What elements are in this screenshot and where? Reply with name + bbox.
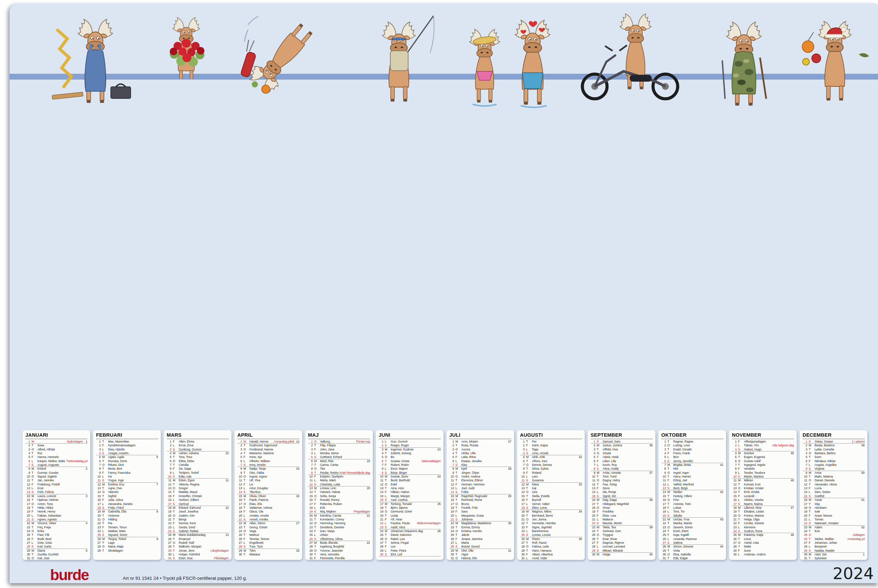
day-row: 7LKevin, Roy bbox=[590, 463, 653, 467]
day-row: 1SSamuel, Sam bbox=[590, 440, 653, 444]
day-row: 4MAdrian, Adriana10 bbox=[167, 452, 229, 455]
day-row: 18THilda, Hildur bbox=[25, 506, 87, 510]
day-row: 26TLinus bbox=[732, 537, 794, 541]
day-row: 29SNatalia, Natalie bbox=[803, 549, 865, 553]
day-row: 20LMargareta, Greta bbox=[449, 514, 511, 518]
day-row: 16LHerbert, Gilbert bbox=[167, 498, 229, 502]
day-row: 21LTomas bbox=[803, 518, 865, 522]
day-row: 31SEster, NoaPåskdagen bbox=[167, 556, 229, 560]
day-row: 26TEmanuel bbox=[167, 537, 229, 541]
day-row: 9FRoland bbox=[520, 471, 582, 475]
month-title: SEPTEMBER bbox=[590, 432, 653, 439]
day-row: 27MBeda, Blenda22 bbox=[308, 541, 370, 545]
day-row: 15MLaura, Lorentz3 bbox=[25, 494, 87, 498]
day-row: 2FKyndelsmässodagen bbox=[96, 444, 158, 447]
day-row: 25OTryggve bbox=[590, 533, 653, 537]
day-row: 30MHelge40 bbox=[590, 553, 653, 556]
day-row: 25TJakob bbox=[449, 533, 511, 537]
day-row: 29OYvonne, Jeanette bbox=[308, 549, 370, 553]
day-row: 5MAgata, Agda6 bbox=[96, 455, 158, 459]
day-row: 1TRagnar, Ragna bbox=[661, 440, 723, 444]
day-row: 19FHenrik, Henry bbox=[25, 510, 87, 513]
day-row: 16FBrynolf bbox=[520, 498, 582, 502]
day-row: 9OIngrid, Inger bbox=[661, 471, 723, 475]
day-row: 24OKristina, Kerstin bbox=[449, 530, 511, 533]
day-row: 28SKarl, Karla bbox=[25, 545, 87, 549]
day-row: 15SSigrid, Siri bbox=[590, 494, 653, 498]
day-row: 13TAgne, Ove bbox=[96, 486, 158, 490]
day-row: 27LGöte, Göta bbox=[25, 541, 87, 545]
day-row: 5FIrene, Irja bbox=[237, 455, 300, 459]
day-row: 27FJohannes, Johan bbox=[803, 541, 865, 545]
day-row: 15FLeopold bbox=[732, 494, 794, 498]
day-row: 26LAmanda, Rasmus bbox=[661, 537, 723, 541]
day-row: 30SElof, Leif bbox=[379, 553, 441, 556]
day-row: 29SMikael, Mikaela bbox=[590, 549, 653, 553]
day-row: 25TPaul, Pål bbox=[25, 533, 87, 537]
day-row: 4LMonika, Mona bbox=[308, 452, 370, 455]
day-row: 26FTeresia, Terese bbox=[237, 537, 300, 541]
day-row: 31FPetronella, Pernilla bbox=[308, 556, 370, 560]
day-row: 19TElisabet, Lisbet bbox=[732, 510, 794, 513]
day-row: 25MKatarina, Katja48 bbox=[732, 533, 794, 537]
day-row: 14LSten, Sixten bbox=[803, 490, 865, 494]
day-row: 21MUrsula, Yrsa43 bbox=[661, 518, 723, 522]
day-row: 9TReidar, ReidunKristi himmelsfärds dag bbox=[308, 471, 370, 475]
day-row: 21SAgnes, Agneta bbox=[25, 518, 87, 522]
day-row: 6LKasper, Melker, BaltsarTrettondedag ju… bbox=[25, 459, 87, 463]
day-row: 3TEvald, Osvald bbox=[661, 448, 723, 452]
day-row: 21SAnneli, Annika bbox=[237, 518, 300, 522]
overalls bbox=[85, 50, 106, 92]
pink-bikini bbox=[477, 71, 493, 80]
day-row: 14SFelix, Felicia bbox=[25, 490, 87, 494]
day-row: 11LMärta, Märit bbox=[308, 478, 370, 482]
day-row: 14OUno bbox=[520, 490, 582, 494]
day-row: 23OSeverin, Sören bbox=[661, 526, 723, 530]
day-row: 22THenrietta, Henrika bbox=[520, 522, 582, 525]
day-row: 16SAxel, Axelina bbox=[379, 498, 441, 502]
day-row: 30TAlgot bbox=[449, 553, 511, 556]
day-row: 28TMalte bbox=[732, 545, 794, 549]
day-row: 18MEdvard, Edmund12 bbox=[167, 506, 229, 510]
day-row: 16MDag, Daga38 bbox=[590, 498, 653, 502]
day-row: 10MSvante, Boris24 bbox=[379, 475, 441, 478]
day-row: 6LVilhelm, William bbox=[237, 459, 300, 463]
day-row: 8MErland2 bbox=[25, 467, 87, 471]
day-row: 22SNatanael, Jonatan bbox=[803, 522, 865, 525]
day-row: 19MMagnus, Måns34 bbox=[520, 510, 582, 513]
day-row: 9MAnita, Annette37 bbox=[590, 471, 653, 475]
day-row: 12TKonrad, Kurt bbox=[732, 483, 794, 486]
month-title: NOVEMBER bbox=[732, 432, 794, 439]
day-row: 3OAurora bbox=[449, 448, 511, 452]
day-row: 26FJesper, Jasmine bbox=[449, 537, 511, 541]
day-row: 23FSigne, Signhild bbox=[520, 526, 582, 530]
day-row: 10THarry, Harriet bbox=[661, 475, 723, 478]
day-row: 27SSabina bbox=[661, 541, 723, 545]
day-row: 8TNils bbox=[661, 467, 723, 471]
day-row: 2FKarin, Kajsa bbox=[520, 444, 582, 447]
day-row: 9TOtto, Ottilia bbox=[237, 471, 300, 475]
day-row: 3MIngemar, Gudmar23 bbox=[379, 448, 441, 452]
month-title: OKTOBER bbox=[661, 432, 723, 439]
day-row: 24TEva bbox=[803, 530, 865, 533]
day-row: 15TSigfrid bbox=[96, 494, 158, 498]
day-row: 8SAlma, Hulda bbox=[590, 467, 653, 471]
day-row: 2OLudvig, Love bbox=[661, 444, 723, 447]
day-row: 9LTeodor, Teodora bbox=[732, 471, 794, 475]
day-row: 15THedvig, Hillevi bbox=[661, 494, 723, 498]
day-row: 9SBörje, Birger bbox=[379, 471, 441, 475]
year-label: 2024 bbox=[833, 564, 874, 583]
day-row: 23MTekla, Tea39 bbox=[590, 526, 653, 530]
day-row: 3TLydia, Cornelia bbox=[803, 448, 865, 452]
blue-shorts bbox=[522, 73, 543, 88]
day-row: 19FOlaus, Ola bbox=[237, 510, 300, 513]
day-row: 5FLaila, Ritva bbox=[449, 455, 511, 459]
day-row: 31OIvar, Joar bbox=[25, 556, 87, 560]
day-row: 1MAron, Mirjam27 bbox=[449, 440, 511, 444]
day-row: 7ORikard, Dick bbox=[96, 463, 158, 467]
day-row: 8LEivor, Majvor bbox=[379, 467, 441, 471]
day-row: 27LEngelbrekt bbox=[237, 541, 300, 545]
day-row: 6OGustav Adolf bbox=[732, 459, 794, 463]
day-row: 23LKlemens bbox=[732, 526, 794, 530]
day-row: 24TGerhard, Gert bbox=[590, 530, 653, 533]
